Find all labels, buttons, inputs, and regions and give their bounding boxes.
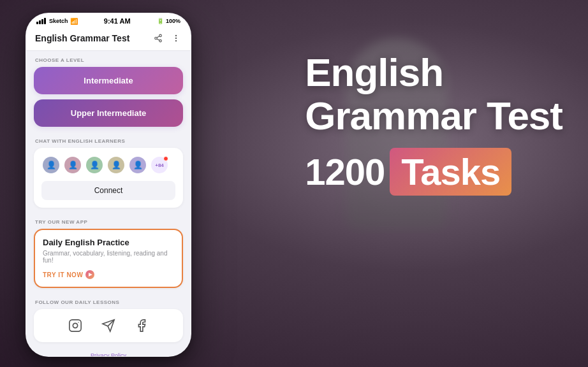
- facebook-icon[interactable]: [133, 317, 151, 335]
- avatar-2: 👤: [63, 155, 82, 175]
- avatars-row: 👤 👤 👤 👤 👤 +84: [41, 155, 175, 175]
- signal-bars: [36, 18, 46, 24]
- connect-button[interactable]: Connect: [41, 181, 175, 200]
- avatar-more: +84: [150, 155, 169, 175]
- social-section: [34, 309, 183, 342]
- svg-point-9: [73, 323, 77, 327]
- main-title: English Grammar Test: [305, 51, 562, 138]
- instagram-icon[interactable]: [66, 317, 84, 335]
- svg-point-1: [155, 37, 158, 40]
- app-header: English Grammar Test: [26, 27, 191, 51]
- svg-point-2: [159, 40, 162, 42]
- battery-icon: 🔋: [157, 18, 164, 24]
- svg-point-10: [78, 322, 78, 322]
- level-card-intermediate[interactable]: Intermediate: [34, 67, 183, 94]
- avatar-more-count: +84: [155, 162, 164, 168]
- level-btn-upper-intermediate[interactable]: Upper Intermediate: [34, 99, 183, 127]
- svg-point-7: [175, 40, 177, 41]
- share-icon[interactable]: [152, 32, 164, 44]
- chat-section: 👤 👤 👤 👤 👤 +84: [34, 148, 183, 208]
- avatar-1: 👤: [41, 155, 61, 175]
- try-it-now-button[interactable]: TRY IT NOW ▶: [43, 270, 94, 279]
- more-icon[interactable]: [170, 32, 182, 44]
- status-right: 🔋 100%: [157, 18, 180, 24]
- right-panel: English Grammar Test 1200 Tasks: [305, 51, 562, 196]
- svg-rect-8: [70, 320, 81, 331]
- level-btn-intermediate[interactable]: Intermediate: [34, 67, 183, 94]
- tasks-label: Tasks: [401, 151, 500, 192]
- level-section-label: CHOOSE A LEVEL: [26, 51, 191, 67]
- chat-section-label: CHAT WITH ENGLISH LEARNERS: [26, 132, 191, 148]
- phone-screen: Sketch 📶 9:41 AM 🔋 100% English Grammar …: [26, 13, 191, 357]
- privacy-policy-link[interactable]: Privacy Policy: [31, 352, 186, 356]
- new-app-section-label: TRY OUR NEW APP: [26, 213, 191, 229]
- tasks-badge: Tasks: [390, 148, 511, 196]
- new-app-section: Daily English Practice Grammar, vocabula…: [34, 229, 183, 288]
- wifi-icon: 📶: [70, 18, 78, 25]
- tasks-row: 1200 Tasks: [305, 148, 562, 196]
- avatar-5: 👤: [128, 155, 147, 175]
- battery-percent: 100%: [166, 18, 180, 24]
- status-time: 9:41 AM: [104, 17, 131, 25]
- new-app-title: Daily English Practice: [43, 238, 174, 247]
- svg-point-5: [175, 35, 177, 36]
- app-header-title: English Grammar Test: [35, 33, 129, 43]
- status-bar: Sketch 📶 9:41 AM 🔋 100%: [26, 13, 191, 27]
- telegram-icon[interactable]: [99, 317, 117, 335]
- phone-mockup: Sketch 📶 9:41 AM 🔋 100% English Grammar …: [26, 13, 191, 357]
- play-icon: ▶: [85, 270, 94, 279]
- avatar-4: 👤: [107, 155, 126, 175]
- new-app-description: Grammar, vocabulary, listening, reading …: [43, 250, 174, 264]
- svg-point-6: [175, 38, 177, 39]
- tasks-number: 1200: [305, 150, 385, 193]
- notification-dot: [163, 156, 168, 161]
- header-icons: [152, 32, 182, 44]
- carrier-name: Sketch: [49, 18, 68, 24]
- try-btn-label: TRY IT NOW: [43, 271, 83, 278]
- level-card-upper-intermediate[interactable]: Upper Intermediate: [34, 99, 183, 127]
- svg-point-0: [159, 34, 162, 37]
- phone-footer: Privacy Policy Copyright Sevenlynx - All…: [26, 347, 191, 356]
- avatar-3: 👤: [85, 155, 104, 175]
- svg-line-4: [157, 36, 159, 38]
- status-left: Sketch 📶: [36, 18, 78, 25]
- phone-content: CHOOSE A LEVEL Intermediate Upper Interm…: [26, 51, 191, 356]
- social-section-label: FOLLOW OUR DAILY LESSONS: [26, 293, 191, 309]
- svg-line-3: [157, 39, 159, 40]
